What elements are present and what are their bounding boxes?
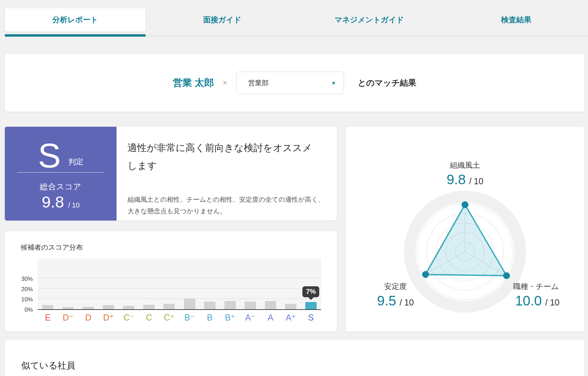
team-score-max: / 10 xyxy=(545,298,560,308)
tab-bar: 分析レポート 面接ガイド マネジメントガイド 検査結果 xyxy=(0,0,588,40)
department-select[interactable]: 営業部 ▼ xyxy=(236,72,344,94)
grade-label-E: E xyxy=(38,313,58,323)
tab-management-guide-label: マネジメントガイド xyxy=(334,15,404,25)
axis-score-team: 10.0 / 10 xyxy=(515,293,560,309)
match-report-page: 分析レポート 面接ガイド マネジメントガイド 検査結果 営業 太郎 × 営業部 … xyxy=(0,0,588,376)
grade-label-D⁻: D⁻ xyxy=(58,313,78,323)
active-tab-underline xyxy=(5,34,146,37)
tab-analysis-report[interactable]: 分析レポート xyxy=(5,8,146,32)
overall-grade-card: S 判定 総合スコア 9.8 / 10 xyxy=(5,127,117,221)
recommendation-body: 組織風土との相性、チームとの相性、安定度の全ての適性が高く、大きな懸念点も見つか… xyxy=(127,194,330,217)
match-suffix-text: とのマッチ結果 xyxy=(358,77,416,88)
similar-employees-title: 似ている社員 xyxy=(21,360,75,372)
score-distribution-plot: 7% xyxy=(38,259,321,310)
grade-divider xyxy=(17,172,104,173)
department-select-value: 営業部 xyxy=(248,78,269,88)
bar-D⁺[interactable] xyxy=(103,305,114,309)
axis-score-stability: 9.5 / 10 xyxy=(377,293,414,309)
stability-score-max: / 10 xyxy=(400,298,414,308)
recommendation-title: 適性が非常に高く前向きな検討をオススメします xyxy=(127,139,314,175)
candidate-name: 営業 太郎 xyxy=(173,76,214,89)
team-score-value: 10.0 xyxy=(515,293,542,309)
tab-interview-guide[interactable]: 面接ガイド xyxy=(152,8,293,32)
gridline-10 xyxy=(38,298,321,299)
bar-S[interactable] xyxy=(305,302,317,309)
grade-label-D: D xyxy=(78,313,98,323)
axis-label-stability: 安定度 xyxy=(384,281,407,292)
ytick-10: 10% xyxy=(9,296,33,303)
bar-C[interactable] xyxy=(143,305,155,310)
total-score-value: 9.8 xyxy=(42,192,64,211)
match-header-card: 営業 太郎 × 営業部 ▼ とのマッチ結果 xyxy=(5,54,584,112)
grade-label-A: A xyxy=(260,313,281,323)
bar-E[interactable] xyxy=(42,305,53,309)
similar-employees-card: 似ている社員 xyxy=(5,340,584,376)
bar-B⁺[interactable] xyxy=(224,301,236,309)
tab-management-guide[interactable]: マネジメントガイド xyxy=(299,8,440,32)
grade-axis-labels: ED⁻DD⁺C⁻CC⁺B⁻BB⁺A⁻AA⁺S xyxy=(38,313,321,325)
tab-test-results[interactable]: 検査結果 xyxy=(446,8,587,32)
ytick-0: 0% xyxy=(9,306,33,313)
bar-C⁻[interactable] xyxy=(123,306,134,310)
radar-vertex-dot xyxy=(422,271,429,278)
bar-tooltip: 7% xyxy=(303,286,319,297)
score-distribution-title: 候補者のスコア分布 xyxy=(21,243,83,252)
score-distribution-card: 候補者のスコア分布 30% 20% 10% 0% 7% ED⁻DD⁺C⁻CC⁺B… xyxy=(5,231,337,331)
tab-analysis-report-label: 分析レポート xyxy=(52,15,98,25)
axis-label-team: 職種・チーム xyxy=(513,281,559,292)
radar-vertex-dot xyxy=(503,272,510,279)
bar-B⁻[interactable] xyxy=(184,299,195,310)
tab-test-results-label: 検査結果 xyxy=(501,15,531,25)
grade-label-A⁺: A⁺ xyxy=(281,313,301,323)
grade-label-B⁺: B⁺ xyxy=(220,313,240,323)
grade-label-D⁺: D⁺ xyxy=(98,313,119,323)
grade-label-C⁻: C⁻ xyxy=(119,313,139,323)
total-score-max: / 10 xyxy=(68,201,79,209)
gridline-30 xyxy=(38,278,321,278)
grade-label-S: S xyxy=(301,313,321,323)
axis-label-culture: 組織風土 xyxy=(450,160,480,171)
grade-suffix: 判定 xyxy=(68,157,83,173)
bar-A⁺[interactable] xyxy=(285,304,296,310)
stability-score-value: 9.5 xyxy=(377,293,396,309)
radar-vertex-dot xyxy=(462,201,468,208)
cross-separator: × xyxy=(223,78,227,87)
total-score-label: 総合スコア xyxy=(5,181,117,192)
grade-label-C: C xyxy=(139,313,159,323)
bar-C⁺[interactable] xyxy=(163,304,175,310)
tab-interview-guide-label: 面接ガイド xyxy=(203,15,242,25)
grade-label-B⁻: B⁻ xyxy=(180,313,200,323)
bar-D⁻[interactable] xyxy=(62,307,74,309)
grade-label-B: B xyxy=(200,313,220,323)
grade-label-A⁻: A⁻ xyxy=(240,313,260,323)
bar-B[interactable] xyxy=(204,302,216,310)
bar-D[interactable] xyxy=(83,307,94,310)
ytick-20: 20% xyxy=(9,286,33,293)
ytick-30: 30% xyxy=(9,276,33,283)
chevron-down-icon: ▼ xyxy=(331,80,336,86)
bar-A[interactable] xyxy=(265,301,276,309)
grade-letter: S xyxy=(38,138,61,173)
recommendation-card: 適性が非常に高く前向きな検討をオススメします 組織風土との相性、チームとの相性、… xyxy=(117,127,337,221)
bar-A⁻[interactable] xyxy=(245,302,256,310)
match-radar-card: 組織風土 9.8 / 10 安定度 9.5 / 10 職種・チーム 10.0 /… xyxy=(345,127,584,331)
grade-label-C⁺: C⁺ xyxy=(159,313,179,323)
gridline-20 xyxy=(38,288,321,289)
